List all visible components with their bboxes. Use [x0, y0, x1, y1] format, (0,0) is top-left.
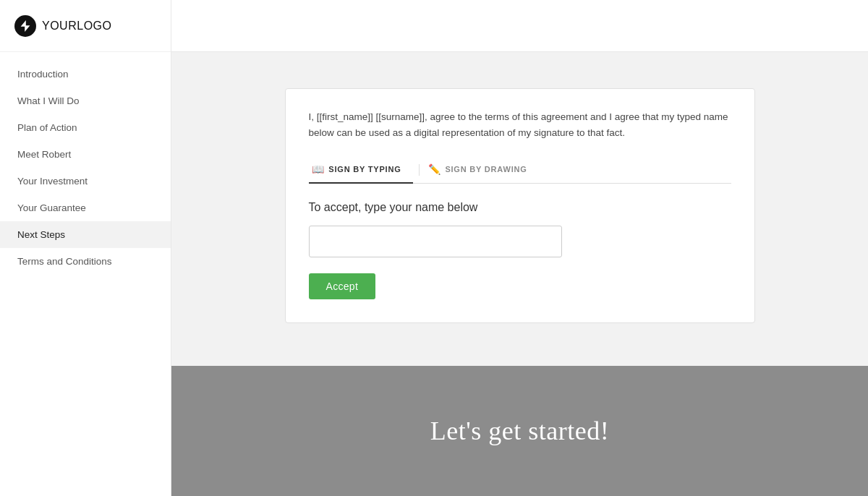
sign-tabs: 📖 SIGN BY TYPING ✏️ SIGN BY DRAWING: [309, 156, 731, 184]
sidebar-item-your-investment[interactable]: Your Investment: [0, 168, 171, 194]
lightning-bolt-icon: [14, 15, 36, 37]
sidebar: YOURLOGO Introduction What I Will Do Pla…: [0, 0, 171, 496]
sidebar-item-meet-robert[interactable]: Meet Robert: [0, 141, 171, 168]
svg-marker-0: [21, 20, 30, 32]
nav-list: Introduction What I Will Do Plan of Acti…: [0, 52, 171, 496]
type-label: To accept, type your name below: [309, 201, 731, 214]
sidebar-item-next-steps[interactable]: Next Steps: [0, 221, 171, 248]
accept-button[interactable]: Accept: [309, 273, 376, 299]
tab-divider: [419, 164, 420, 176]
sidebar-item-what-i-will-do[interactable]: What I Will Do: [0, 87, 171, 114]
sidebar-item-your-guarantee[interactable]: Your Guarantee: [0, 194, 171, 221]
book-icon: 📖: [312, 163, 325, 175]
logo-text: YOURLOGO: [42, 20, 111, 33]
agreement-text: I, [[first_name]] [[surname]], agree to …: [309, 109, 731, 140]
top-strip: [171, 0, 868, 52]
sidebar-item-plan-of-action[interactable]: Plan of Action: [0, 114, 171, 141]
main-content: I, [[first_name]] [[surname]], agree to …: [171, 0, 868, 496]
sidebar-item-terms-and-conditions[interactable]: Terms and Conditions: [0, 248, 171, 275]
bottom-banner: Let's get started!: [171, 366, 868, 496]
logo-area: YOURLOGO: [0, 0, 171, 52]
banner-text: Let's get started!: [430, 416, 609, 446]
signature-card: I, [[first_name]] [[surname]], agree to …: [285, 88, 755, 323]
name-input[interactable]: [309, 226, 562, 257]
pencil-icon: ✏️: [428, 163, 441, 175]
sidebar-item-introduction[interactable]: Introduction: [0, 61, 171, 87]
tab-sign-by-drawing[interactable]: ✏️ SIGN BY DRAWING: [425, 156, 539, 184]
tab-sign-by-typing[interactable]: 📖 SIGN BY TYPING: [309, 156, 413, 184]
content-area: I, [[first_name]] [[surname]], agree to …: [171, 52, 868, 366]
